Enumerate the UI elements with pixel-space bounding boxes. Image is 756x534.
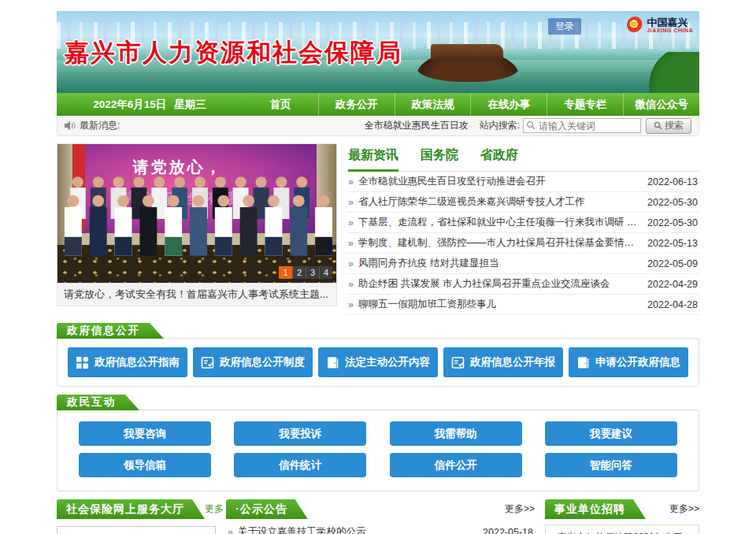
ticker-label: 最新消息: <box>80 119 120 132</box>
photo-carousel: 请党放心， 考试安全有我 <box>57 143 337 315</box>
list-arrow-icon: » <box>348 299 354 310</box>
news-link[interactable]: 风雨同舟齐抗疫 结对共建显担当 <box>358 257 639 270</box>
social-insurance-header: 社会保险网上服务大厅 更多 <box>57 499 216 519</box>
list-arrow-icon: » <box>228 527 233 534</box>
page-container: 嘉兴市人力资源和社会保障局 登录 中国嘉兴 JIAXING CHINA 2022… <box>57 11 699 534</box>
announcement-row: » 关于设立嘉善技工学校的公示 2022-05-18 <box>226 522 535 534</box>
complaint-button[interactable]: 我要投诉 <box>234 421 366 446</box>
list-arrow-icon: » <box>348 176 354 187</box>
gov-info-guide-button[interactable]: 政府信息公开指南 <box>68 347 187 377</box>
nav-item-online-service[interactable]: 在线办事 <box>470 93 547 116</box>
suggestion-button[interactable]: 我要建议 <box>545 421 677 446</box>
jiaxing-logo-icon <box>627 17 643 33</box>
search-box <box>523 118 641 133</box>
news-date: 2022-05-09 <box>647 258 698 269</box>
legal-disclosure-label: 法定主动公开内容 <box>345 355 430 369</box>
gov-info-system-label: 政府信息公开制度 <box>220 355 305 369</box>
letter-statistics-button[interactable]: 信件统计 <box>234 453 366 477</box>
login-button[interactable]: 登录 <box>548 18 581 35</box>
carousel-page-3[interactable]: 3 <box>306 266 319 279</box>
recruitment-more-link[interactable]: 更多>> <box>669 502 699 516</box>
legal-disclosure-button[interactable]: 法定主动公开内容 <box>318 347 438 377</box>
weekday-text: 星期三 <box>174 98 206 112</box>
annual-report-button[interactable]: 政府信息公开年报 <box>443 347 563 377</box>
list-arrow-icon: » <box>348 217 354 228</box>
news-link[interactable]: 聊聊五一假期加班工资那些事儿 <box>358 298 639 311</box>
request-disclosure-button[interactable]: 申请公开政府信息 <box>569 347 688 377</box>
request-disclosure-label: 申请公开政府信息 <box>595 355 680 369</box>
gov-info-guide-label: 政府信息公开指南 <box>94 355 180 369</box>
announcements-more-link[interactable]: 更多>> <box>505 502 535 516</box>
news-panel: 最新资讯 国务院 省政府 » 全市稳就业惠民生百日攻坚行动推进会召开 2022-… <box>346 143 699 315</box>
news-row: » 下基层、走流程，省社保和就业中心主任项薇一行来我市调研 “国统” 上线情况 … <box>346 213 699 233</box>
boat-decoration <box>417 50 519 82</box>
grid-icon <box>76 356 89 369</box>
carousel-page-4[interactable]: 4 <box>319 266 332 279</box>
smart-qa-button[interactable]: 智能问答 <box>545 453 677 477</box>
news-link[interactable]: 省人社厅陈荣华二级巡视员来嘉兴调研专技人才工作 <box>358 195 639 209</box>
news-date: 2022-05-30 <box>647 217 698 228</box>
announcements-column: ·公示公告 更多>> » 关于设立嘉善技工学校的公示 2022-05-18 » … <box>226 499 535 534</box>
help-button[interactable]: 我需帮助 <box>390 421 522 446</box>
doc-check-icon <box>201 356 214 369</box>
recruitment-title: 事业单位招聘 <box>545 499 646 519</box>
speaker-icon <box>65 121 76 131</box>
date-text: 2022年6月15日 <box>93 98 166 112</box>
announcements-title: ·公示公告 <box>226 499 308 519</box>
date-display: 2022年6月15日 星期三 <box>57 93 243 116</box>
nav-item-special-topics[interactable]: 专题专栏 <box>547 93 623 116</box>
banner-image: 嘉兴市人力资源和社会保障局 登录 中国嘉兴 JIAXING CHINA <box>57 11 699 93</box>
carousel-page-2[interactable]: 2 <box>292 266 306 279</box>
news-row: » 学制度、建机制、强防控——市人力社保局召开社保基金要情专题学习会 2022-… <box>346 233 699 254</box>
book-icon <box>576 356 590 369</box>
gov-info-system-button[interactable]: 政府信息公开制度 <box>193 347 313 377</box>
tree-decoration <box>649 52 699 93</box>
gov-info-section-title: 政府信息公开 <box>57 323 164 339</box>
news-link[interactable]: 助企纾困 共谋发展 市人力社保局召开重点企业交流座谈会 <box>358 277 639 291</box>
interaction-section-title: 政民互动 <box>57 395 139 410</box>
leader-mailbox-button[interactable]: 领导信箱 <box>79 453 211 477</box>
news-ticker-bar: 最新消息: 全市稳就业惠民生百日攻 站内搜索: 搜索 <box>57 116 699 136</box>
carousel-photo[interactable]: 请党放心， 考试安全有我 <box>57 143 337 284</box>
announcement-link[interactable]: 关于设立嘉善技工学校的公示 <box>238 525 475 534</box>
list-arrow-icon: » <box>348 258 354 269</box>
tab-state-council[interactable]: 国务院 <box>421 147 458 171</box>
letter-disclosure-button[interactable]: 信件公开 <box>390 453 522 477</box>
social-insurance-print-link[interactable]: 个人(单位)社保证明打印 <box>57 526 216 534</box>
logo-text-en: JIAXING CHINA <box>647 28 693 33</box>
search-input[interactable] <box>523 118 641 133</box>
gov-info-section: 政府信息公开 政府信息公开指南 政府信息公开制度 法定主动公开内容 政府信息公开… <box>57 338 699 387</box>
jiaxing-logo: 中国嘉兴 JIAXING CHINA <box>627 17 693 33</box>
interaction-section: 政民互动 我要咨询 我要投诉 我需帮助 我要建议 领导信箱 信件统计 信件公开 … <box>57 410 699 491</box>
interaction-buttons: 我要咨询 我要投诉 我需帮助 我要建议 领导信箱 信件统计 信件公开 智能问答 <box>68 419 688 482</box>
nav-item-home[interactable]: 首页 <box>243 93 318 116</box>
search-button-icon <box>654 121 662 130</box>
news-link[interactable]: 学制度、建机制、强防控——市人力社保局召开社保基金要情专题学习会 <box>358 236 639 250</box>
search-button[interactable]: 搜索 <box>646 118 691 134</box>
nav-item-policy[interactable]: 政策法规 <box>395 93 471 116</box>
ticker-scrolling-text[interactable]: 全市稳就业惠民生百日攻 <box>120 119 479 132</box>
news-link[interactable]: 全市稳就业惠民生百日攻坚行动推进会召开 <box>358 175 639 188</box>
search-icon <box>526 121 536 132</box>
social-insurance-more-link[interactable]: 更多 <box>205 502 224 516</box>
recruitment-list: ·嘉兴市妇幼保健院2022年公开... ·2022年嘉兴市属事业单位公开... … <box>545 525 699 534</box>
nav-item-gov-affairs[interactable]: 政务公开 <box>318 93 395 116</box>
news-link[interactable]: 下基层、走流程，省社保和就业中心主任项薇一行来我市调研 “国统” 上线情况 <box>358 216 639 229</box>
search-button-label: 搜索 <box>665 119 684 132</box>
news-date: 2022-04-29 <box>647 279 698 290</box>
announcements-list: » 关于设立嘉善技工学校的公示 2022-05-18 » 关于公布嘉兴市人力资源… <box>226 522 535 534</box>
carousel-caption[interactable]: 请党放心，考试安全有我！首届嘉兴市人事考试系统主题... <box>57 284 337 306</box>
logo-text-cn: 中国嘉兴 <box>647 17 693 28</box>
consult-button[interactable]: 我要咨询 <box>79 421 211 446</box>
social-insurance-column: 社会保险网上服务大厅 更多 个人(单位)社保证明打印 办事指南 <box>57 499 216 534</box>
tab-provincial-gov[interactable]: 省政府 <box>480 147 518 171</box>
news-row: » 全市稳就业惠民生百日攻坚行动推进会召开 2022-06-13 <box>346 172 699 192</box>
doc-check-icon <box>451 356 465 369</box>
recruitment-link[interactable]: ·嘉兴市妇幼保健院2022年公开... <box>552 528 692 534</box>
annual-report-label: 政府信息公开年报 <box>470 355 555 369</box>
gov-info-buttons: 政府信息公开指南 政府信息公开制度 法定主动公开内容 政府信息公开年报 申请公开… <box>68 347 688 377</box>
announcement-date: 2022-05-18 <box>483 527 533 534</box>
carousel-page-1[interactable]: 1 <box>279 266 292 279</box>
nav-item-wechat[interactable]: 微信公众号 <box>623 93 699 116</box>
tab-latest-news[interactable]: 最新资讯 <box>348 147 398 171</box>
